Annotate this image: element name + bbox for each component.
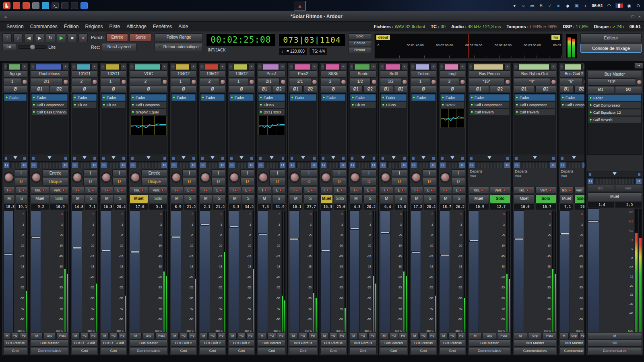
processor-calf-reverb[interactable]: Calf Reverb bbox=[469, 109, 510, 115]
meter-point-button[interactable]: Post bbox=[56, 333, 68, 339]
fader-grip[interactable] bbox=[229, 226, 238, 228]
meter-point-button[interactable]: ~G bbox=[359, 333, 367, 339]
solo-isolate-button[interactable]: I bbox=[171, 187, 183, 194]
record-enable-knob[interactable] bbox=[31, 173, 41, 182]
monitor-disk-button[interactable]: D bbox=[269, 178, 286, 185]
strip-color-bar[interactable] bbox=[263, 64, 279, 70]
midi-panic-button[interactable]: ! bbox=[2, 33, 12, 42]
pan-grid[interactable] bbox=[296, 162, 310, 168]
menu-aide[interactable]: Aide bbox=[175, 24, 191, 29]
solo-button[interactable]: S bbox=[184, 194, 196, 203]
meter-point-button[interactable]: ~G bbox=[299, 333, 308, 339]
trim-knob[interactable] bbox=[551, 79, 556, 84]
strip-color-bar[interactable] bbox=[519, 64, 549, 70]
processor-fader[interactable]: Fader bbox=[411, 94, 436, 101]
feedback-global-button[interactable]: Retour bbox=[349, 47, 371, 53]
gain-fader[interactable] bbox=[171, 210, 181, 332]
meter-point-button[interactable]: ~G bbox=[389, 333, 398, 339]
play-button[interactable]: ▶ bbox=[57, 33, 66, 42]
solo-button[interactable]: Solo bbox=[334, 194, 346, 203]
input-button[interactable]: *6* bbox=[559, 78, 582, 85]
browser-icon-2[interactable] bbox=[23, 2, 30, 9]
phase-button[interactable]: Ø1 bbox=[559, 86, 574, 93]
strip-name-button[interactable]: Prcs1 bbox=[258, 70, 286, 78]
panner-widget[interactable] bbox=[559, 155, 584, 162]
monitor-input-button[interactable]: I bbox=[211, 169, 225, 177]
editor-view-button[interactable]: Éditeur bbox=[580, 33, 642, 42]
meter-point-button[interactable]: Grp bbox=[142, 333, 155, 339]
input-button[interactable]: 1 bbox=[229, 78, 248, 85]
pan-grid[interactable] bbox=[521, 162, 549, 168]
strip-grip-icon[interactable]: ≡ bbox=[411, 64, 415, 70]
record-enable-knob[interactable] bbox=[229, 173, 239, 182]
record-enable-knob[interactable] bbox=[101, 173, 111, 182]
gain-fader[interactable] bbox=[514, 210, 524, 332]
processor-fader[interactable]: Fader bbox=[258, 94, 285, 101]
output-button[interactable]: Bus Guit 2 bbox=[171, 339, 196, 347]
monitor-disk-button[interactable]: D bbox=[211, 178, 225, 185]
output-button[interactable]: Bus Master bbox=[469, 339, 510, 347]
panner-widget[interactable] bbox=[469, 155, 510, 162]
phase-button[interactable]: Ø1 bbox=[289, 86, 303, 93]
trim-knob[interactable] bbox=[583, 79, 584, 84]
telegram-icon[interactable] bbox=[42, 2, 49, 9]
strip-color-bar[interactable] bbox=[205, 64, 219, 70]
gain-fader[interactable] bbox=[258, 210, 268, 332]
trim-knob[interactable] bbox=[637, 80, 642, 85]
record-enable-knob[interactable] bbox=[350, 173, 360, 182]
phase-button[interactable]: Ø2 bbox=[615, 86, 642, 93]
solo-isolate-button[interactable]: I bbox=[3, 187, 15, 194]
monitor-input-button[interactable]: I bbox=[182, 169, 196, 177]
strip-color-bar[interactable] bbox=[355, 64, 370, 70]
comments-button[interactable]: Cmt bbox=[101, 347, 126, 354]
output-button[interactable]: Bus Guit 2 bbox=[229, 339, 254, 347]
start-marker[interactable]: début bbox=[376, 35, 390, 40]
fader-grip[interactable] bbox=[31, 237, 40, 239]
fader-grip[interactable] bbox=[4, 253, 13, 255]
goto-start-button[interactable]: ◀ bbox=[24, 33, 33, 42]
processor-fader[interactable]: Fader bbox=[31, 94, 68, 101]
trim-knob[interactable] bbox=[431, 79, 436, 84]
solo-isolate-button[interactable]: I bbox=[200, 187, 212, 194]
fader-grip[interactable] bbox=[200, 224, 209, 226]
fader-grip[interactable] bbox=[130, 251, 139, 253]
meter-point-button[interactable]: ~G bbox=[419, 333, 427, 339]
solo-global-button[interactable]: Solo bbox=[349, 33, 371, 39]
meter-point-button[interactable]: ~G bbox=[448, 333, 456, 339]
monitor-input-button[interactable]: I bbox=[332, 169, 346, 177]
solo-button[interactable]: S bbox=[85, 194, 97, 203]
gain-fader[interactable] bbox=[130, 210, 140, 332]
solo-button[interactable]: S bbox=[303, 194, 317, 203]
meter-point-button[interactable]: M bbox=[200, 333, 208, 339]
strip-color-bar[interactable] bbox=[8, 64, 21, 70]
panner-widget[interactable] bbox=[171, 155, 196, 162]
processor-calf-reverb[interactable]: Calf Reverb bbox=[514, 109, 555, 115]
processor-fader[interactable]: Fader bbox=[350, 94, 376, 101]
strip-name-button[interactable]: Bus Ryhm-Guit bbox=[514, 70, 556, 78]
monitor-disk-button[interactable]: Disque bbox=[141, 178, 167, 185]
input-button[interactable]: 1 bbox=[101, 78, 120, 85]
loop-button[interactable]: ↻ bbox=[46, 33, 55, 42]
fader-grip[interactable] bbox=[440, 254, 449, 256]
strip-name-button[interactable]: trngl bbox=[440, 70, 465, 78]
processor-calf-compressor[interactable]: Calf Compressor bbox=[514, 101, 555, 108]
punch-in-button[interactable]: Entrée bbox=[106, 33, 128, 41]
phase-button[interactable]: Ø2 bbox=[490, 86, 510, 93]
strip-grip-icon[interactable]: ≡ bbox=[130, 64, 134, 70]
meter-point-button[interactable]: Po bbox=[399, 333, 407, 339]
menu-dition[interactable]: Édition bbox=[61, 24, 82, 29]
secondary-clock[interactable]: 073|03|1104 bbox=[279, 33, 345, 46]
gain-fader[interactable] bbox=[320, 210, 331, 332]
solo-isolate-button[interactable]: Iso. bbox=[587, 185, 614, 192]
fader-grip[interactable] bbox=[514, 238, 523, 240]
meter-point-button[interactable]: M bbox=[320, 333, 328, 339]
pan-grid[interactable] bbox=[10, 162, 20, 168]
input-button[interactable]: 2/1 bbox=[289, 78, 311, 85]
strip-name-button[interactable]: 102G1 bbox=[101, 70, 126, 78]
processor-fader[interactable]: Fader bbox=[229, 94, 254, 101]
audition-button[interactable]: ♪ bbox=[13, 33, 23, 42]
solo-isolate-button[interactable]: I bbox=[380, 187, 393, 194]
phase-button[interactable]: Ø bbox=[200, 86, 225, 93]
output-button[interactable]: Bus Percus bbox=[320, 339, 346, 347]
gain-fader[interactable] bbox=[289, 210, 299, 332]
